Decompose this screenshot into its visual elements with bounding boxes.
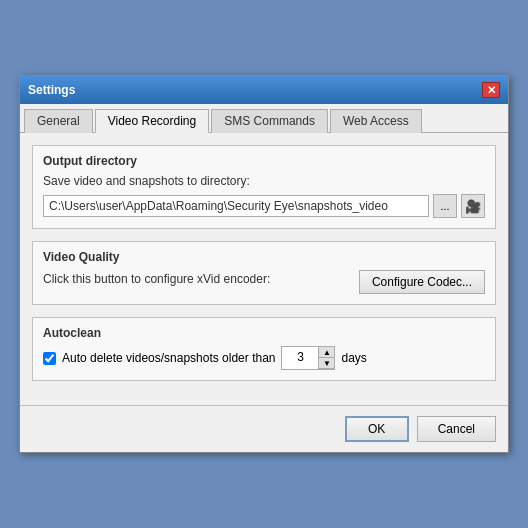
video-quality-section: Video Quality Click this button to confi… [32, 241, 496, 305]
configure-codec-button[interactable]: Configure Codec... [359, 270, 485, 294]
tab-bar: General Video Recording SMS Commands Web… [20, 104, 508, 133]
title-bar: Settings ✕ [20, 76, 508, 104]
tab-general[interactable]: General [24, 109, 93, 133]
tab-sms-commands[interactable]: SMS Commands [211, 109, 328, 133]
ok-button[interactable]: OK [345, 416, 409, 442]
output-directory-section: Output directory Save video and snapshot… [32, 145, 496, 229]
output-directory-title: Output directory [43, 154, 485, 168]
spin-up-button[interactable]: ▲ [318, 347, 334, 358]
codec-row: Click this button to configure xVid enco… [43, 270, 485, 294]
cancel-button[interactable]: Cancel [417, 416, 496, 442]
autoclean-title: Autoclean [43, 326, 485, 340]
close-button[interactable]: ✕ [482, 82, 500, 98]
camera-icon: 🎥 [465, 199, 481, 214]
browse-button[interactable]: ... [433, 194, 457, 218]
tab-video-recording[interactable]: Video Recording [95, 109, 210, 133]
main-content: Output directory Save video and snapshot… [20, 133, 508, 405]
bottom-bar: OK Cancel [20, 405, 508, 452]
spin-down-button[interactable]: ▼ [318, 358, 334, 369]
settings-window: Settings ✕ General Video Recording SMS C… [19, 75, 509, 453]
codec-description: Click this button to configure xVid enco… [43, 272, 270, 286]
autoclean-label: Auto delete videos/snapshots older than [62, 351, 275, 365]
tab-web-access[interactable]: Web Access [330, 109, 422, 133]
days-spinbox: ▲ ▼ [281, 346, 335, 370]
autoclean-checkbox[interactable] [43, 352, 56, 365]
spinbox-arrows: ▲ ▼ [318, 347, 334, 369]
days-input[interactable] [282, 347, 318, 367]
days-label: days [341, 351, 366, 365]
window-title: Settings [28, 83, 75, 97]
output-directory-description: Save video and snapshots to directory: [43, 174, 485, 188]
directory-input[interactable] [43, 195, 429, 217]
video-quality-title: Video Quality [43, 250, 485, 264]
autoclean-section: Autoclean Auto delete videos/snapshots o… [32, 317, 496, 381]
autoclean-row: Auto delete videos/snapshots older than … [43, 346, 485, 370]
directory-row: ... 🎥 [43, 194, 485, 218]
camera-button[interactable]: 🎥 [461, 194, 485, 218]
